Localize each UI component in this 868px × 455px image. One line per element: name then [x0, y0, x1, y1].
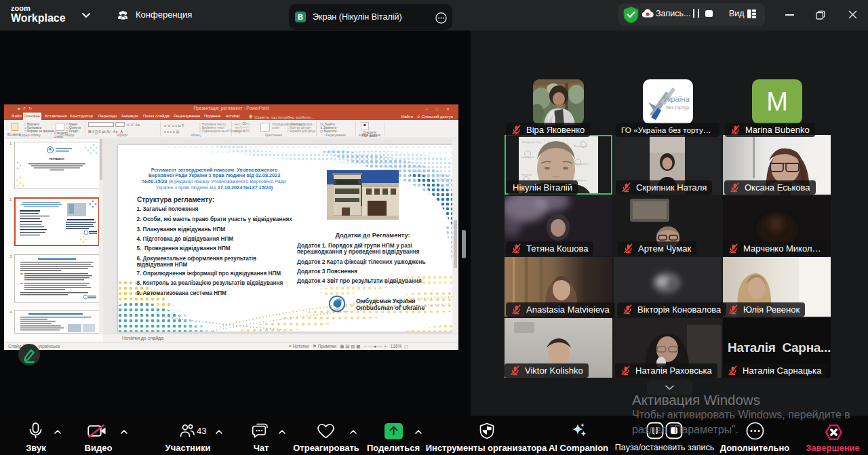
- svg-text:Омбудсмен Укр: Омбудсмен Укр: [521, 140, 542, 144]
- svg-text:Уповнов: Уповнов: [521, 173, 532, 176]
- svg-text:Омбудсман України: Омбудсман України: [356, 298, 416, 304]
- svg-text:Ombudsman of Ukraine: Ombudsman of Ukraine: [356, 304, 425, 311]
- svg-text:без тортур: без тортур: [666, 105, 689, 111]
- svg-text:Україна: Україна: [663, 95, 690, 103]
- svg-text:РЕГЛАМЕНТ: РЕГЛАМЕНТ: [50, 158, 65, 161]
